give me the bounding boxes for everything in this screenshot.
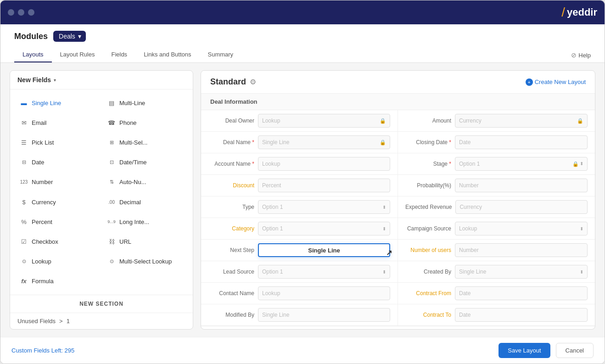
input-deal-owner[interactable]: Lookup 🔒: [258, 114, 390, 128]
field-item-decimal[interactable]: .00 Decimal: [101, 192, 189, 212]
input-account-name-text: Lookup: [262, 161, 280, 167]
field-item-date[interactable]: ⊟ Date: [14, 152, 101, 172]
phone-icon: ☎: [107, 119, 116, 126]
field-item-percent[interactable]: % Percent: [14, 212, 101, 232]
input-modified-by[interactable]: Single Line: [258, 308, 390, 322]
form-cell-discount: Discount Percent: [201, 175, 398, 196]
form-cell-amount: Amount Currency 🔒: [398, 110, 595, 132]
help-circle-icon: ⊘: [571, 51, 577, 59]
field-label-pick-list: Pick List: [32, 139, 54, 146]
help-label: Help: [578, 52, 591, 59]
new-section-button[interactable]: NEW SECTION: [10, 295, 193, 313]
field-item-long-inte[interactable]: 9...9 Long Inte...: [101, 212, 189, 232]
email-icon: ✉: [20, 119, 28, 126]
deals-dropdown[interactable]: Deals ▾: [53, 31, 86, 42]
right-panel: Standard ⚙ + Create New Layout Deal Info…: [201, 70, 595, 330]
drop-target-next-step[interactable]: Single Line ↗: [258, 243, 390, 257]
field-label-auto-nu: Auto-Nu...: [119, 179, 146, 185]
main-content: New Fields ▾ ▬ Single Line ▤ Multi-Line …: [0, 63, 605, 337]
input-number-of-users[interactable]: Number: [455, 243, 588, 257]
input-type[interactable]: Option 1 ⬍: [258, 200, 390, 214]
input-amount-text: Currency: [459, 118, 482, 124]
field-item-pick-list[interactable]: ☰ Pick List: [14, 133, 101, 152]
field-item-multi-select-lookup[interactable]: ⊙ Multi-Select Lookup: [101, 252, 189, 271]
field-item-date-time[interactable]: ⊡ Date/Time: [101, 152, 189, 172]
standard-title: Standard: [210, 77, 246, 87]
label-type: Type: [208, 204, 254, 210]
tab-links-buttons[interactable]: Links and Buttons: [135, 47, 199, 62]
input-expected-revenue-text: Currency: [459, 204, 482, 210]
single-line-icon: ▬: [20, 100, 28, 106]
input-contract-from[interactable]: Date: [455, 286, 588, 300]
unused-fields[interactable]: Unused Fields > 1: [10, 313, 193, 329]
input-lead-source[interactable]: Option 1 ⬍: [258, 265, 390, 279]
title-bar: / yeddir: [0, 0, 605, 24]
field-label-lookup: Lookup: [32, 258, 51, 265]
input-category[interactable]: Option 1 ⬍: [258, 222, 390, 235]
cancel-button[interactable]: Cancel: [556, 343, 594, 358]
input-contract-to[interactable]: Date: [455, 308, 588, 322]
label-deal-owner: Deal Owner: [208, 118, 254, 124]
field-item-phone[interactable]: ☎ Phone: [101, 113, 189, 133]
gear-icon[interactable]: ⚙: [250, 78, 256, 86]
field-item-single-line[interactable]: ▬ Single Line: [14, 93, 101, 113]
form-cell-created-by: Created By Single Line ⬍: [398, 261, 595, 283]
field-label-date: Date: [32, 159, 44, 166]
form-cell-stage: Stage * Option 1 🔒 ⬍: [398, 153, 595, 175]
traffic-light-3[interactable]: [28, 9, 34, 16]
field-label-date-time: Date/Time: [119, 159, 146, 166]
label-expected-revenue: Expected Revenue: [405, 204, 452, 210]
traffic-light-2[interactable]: [18, 9, 24, 16]
field-item-multi-line[interactable]: ▤ Multi-Line: [101, 93, 189, 113]
input-probability[interactable]: Number: [455, 179, 588, 192]
field-item-currency[interactable]: $ Currency: [14, 192, 101, 212]
unused-fields-arrow: >: [59, 318, 63, 325]
input-probability-text: Number: [459, 182, 479, 189]
input-contact-name[interactable]: Lookup: [258, 286, 390, 300]
tab-layouts[interactable]: Layouts: [14, 47, 52, 62]
form-cell-deal-name: Deal Name * Single Line 🔒: [201, 132, 398, 153]
label-contract-to: Contract To: [405, 312, 451, 318]
form-cell-campaign-source: Campaign Source Lookup ⬍: [398, 218, 595, 240]
input-deal-name[interactable]: Single Line 🔒: [258, 135, 390, 149]
field-item-url[interactable]: ⛓ URL: [101, 232, 189, 252]
form-cell-expected-revenue: Expected Revenue Currency: [398, 196, 595, 218]
tab-fields[interactable]: Fields: [103, 47, 135, 62]
input-discount[interactable]: Percent: [258, 179, 390, 192]
input-expected-revenue[interactable]: Currency: [455, 200, 588, 214]
number-icon: 123: [20, 179, 28, 185]
help-button[interactable]: ⊘ Help: [571, 51, 591, 62]
field-item-email[interactable]: ✉ Email: [14, 113, 101, 133]
unused-fields-label: Unused Fields: [17, 318, 56, 325]
field-item-number[interactable]: 123 Number: [14, 172, 101, 192]
plus-icon: +: [526, 78, 533, 86]
input-contract-from-text: Date: [459, 290, 471, 297]
chevron-down-icon: ▾: [78, 33, 81, 40]
field-item-multi-sel[interactable]: ⊞ Multi-Sel...: [101, 133, 189, 152]
input-stage[interactable]: Option 1 🔒 ⬍: [455, 157, 588, 171]
tab-summary[interactable]: Summary: [199, 47, 241, 62]
save-layout-button[interactable]: Save Layout: [499, 343, 550, 358]
field-item-lookup[interactable]: ⊙ Lookup: [14, 252, 101, 271]
field-item-formula[interactable]: fx Formula: [14, 271, 101, 291]
modules-row: Modules Deals ▾: [14, 31, 591, 42]
field-item-checkbox[interactable]: ☑ Checkbox: [14, 232, 101, 252]
input-closing-date[interactable]: Date: [455, 135, 588, 149]
lock-icon-deal-name: 🔒: [380, 140, 386, 146]
input-created-by[interactable]: Single Line ⬍: [455, 265, 588, 279]
traffic-light-1[interactable]: [8, 9, 14, 16]
chevron-icon-category: ⬍: [382, 226, 386, 231]
field-item-auto-nu[interactable]: ⇅ Auto-Nu...: [101, 172, 189, 192]
input-account-name[interactable]: Lookup: [258, 157, 390, 171]
input-amount[interactable]: Currency 🔒: [455, 114, 588, 128]
tab-layout-rules[interactable]: Layout Rules: [52, 47, 103, 62]
form-cell-probability: Probability(%) Number: [398, 175, 595, 196]
field-label-multi-sel: Multi-Sel...: [119, 139, 147, 146]
field-label-currency: Currency: [32, 199, 56, 206]
create-new-layout-button[interactable]: + Create New Layout: [526, 78, 586, 86]
input-campaign-source[interactable]: Lookup ⬍: [455, 222, 588, 235]
input-stage-text: Option 1: [459, 161, 480, 167]
multi-sel-icon: ⊞: [107, 140, 116, 146]
chevron-icon-stage: ⬍: [580, 161, 583, 167]
field-label-checkbox: Checkbox: [32, 238, 58, 245]
